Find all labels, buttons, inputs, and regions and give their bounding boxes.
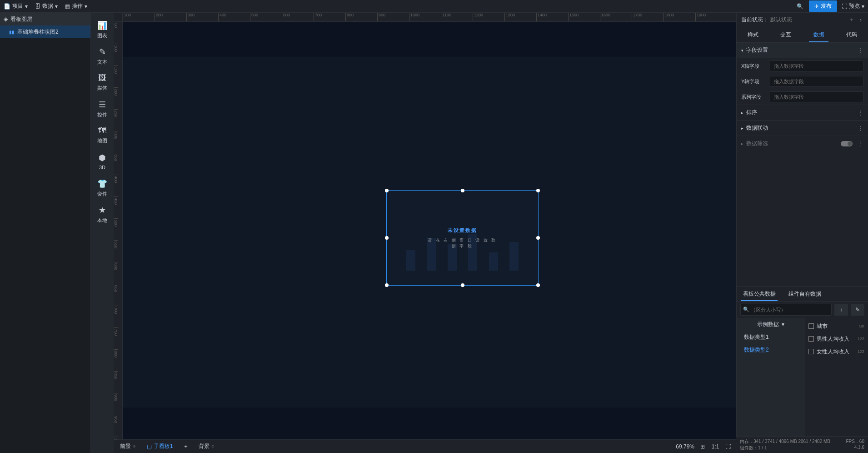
x-field-input[interactable] [770,60,863,71]
more-icon[interactable]: ⋮ [858,141,863,147]
preview-button[interactable]: ⛶ 预览 ▾ [842,2,864,10]
publish-button[interactable]: ✈ 发布 [809,0,837,12]
item-label: 数据类型1 [744,333,769,341]
empty-state-subtitle: 请 在 右 侧 窗 口 设 置 数 据 字 段 [424,237,500,249]
data-menu[interactable]: 🗄 数据 ▾ [35,2,58,10]
tab-data[interactable]: 数据 [803,27,835,42]
tab-style[interactable]: 样式 [737,27,769,42]
selected-component[interactable]: 未设置数据 请 在 右 侧 窗 口 设 置 数 据 字 段 [386,190,539,286]
tool-control[interactable]: ☰ 控件 [91,96,114,122]
add-data-button[interactable]: ＋ [834,304,848,316]
tool-map[interactable]: 🗺 地图 [91,122,114,148]
more-icon[interactable]: ⋮ [858,47,863,54]
chevron-right-icon: ▸ [741,141,743,146]
tool-local[interactable]: ★ 本地 [91,201,114,227]
chevron-right-icon: ▸ [741,126,743,131]
tab-label: 子看板1 [154,443,173,450]
tab-own-data[interactable]: 组件自有数据 [782,287,828,301]
tab-label: 背景 [199,443,210,450]
tool-label: 控件 [97,111,107,118]
field-type: 123 [858,337,864,341]
y-field-row: Y轴字段 [737,74,868,89]
filter-section[interactable]: ▸ 数据筛选 ⋮ [737,136,868,151]
data-source-dropdown[interactable]: 示例数据 ▾ [737,318,805,331]
data-search-input[interactable] [740,304,832,316]
property-tabs: 样式 交互 数据 代码 [737,27,868,43]
canvas-inner[interactable]: 未设置数据 请 在 右 侧 窗 口 设 置 数 据 字 段 [123,22,736,453]
resize-handle-bl[interactable] [385,283,389,287]
version: 4.1.6 [854,445,864,451]
chevron-down-icon: ▾ [741,48,743,53]
field-name: 女性人均收入 [817,348,849,356]
more-icon[interactable]: ⋮ [858,125,863,131]
tool-text[interactable]: ✎ 文本 [91,43,114,69]
tool-3d[interactable]: ⬢ 3D [91,148,114,175]
state-value: 默认状态 [770,16,792,24]
resize-handle-bm[interactable] [461,283,464,287]
tab-interact[interactable]: 交互 [769,27,802,42]
empty-state-title: 未设置数据 [424,227,500,234]
data-source-item[interactable]: 数据类型2 [737,343,805,356]
tool-label: 图表 [97,32,107,39]
ruler-vertical: 5010015020025030035040045050055060065070… [114,22,123,453]
ops-menu[interactable]: ▦ 操作 ▾ [65,2,87,10]
resize-handle-tr[interactable] [536,189,540,192]
tool-chart[interactable]: 📊 图表 [91,16,114,43]
resize-handle-mr[interactable] [536,236,540,240]
layer-item[interactable]: ▮▮ 基础堆叠柱状图2 [0,25,90,38]
search-button[interactable]: 🔍 [794,3,805,10]
data-field-item[interactable]: 男性人均收入 123 [808,332,864,345]
data-source-tabs: 看板公共数据 组件自有数据 [737,286,868,302]
tab-public-data[interactable]: 看板公共数据 [737,287,782,301]
media-icon: 🖼 [98,73,106,83]
next-state-button[interactable]: › [858,17,863,23]
series-field-input[interactable] [770,91,863,102]
chevron-down-icon: ▾ [25,3,28,10]
local-icon: ★ [99,205,106,215]
cube-icon: ⬢ [99,153,106,163]
tool-label: 媒体 [97,85,107,91]
fullscreen-button[interactable]: ⛶ [723,443,733,450]
field-label: 系列字段 [741,94,766,101]
tab-foreground[interactable]: 前景 ⊙ [117,443,139,450]
field-settings-header[interactable]: ▾ 字段设置 ⋮ [737,43,868,58]
fit-button[interactable]: ⊞ [698,443,707,450]
resize-handle-br[interactable] [536,283,540,287]
filter-toggle[interactable] [841,141,853,146]
tab-subboard[interactable]: ▢ 子看板1 [144,443,176,450]
layers-panel: ◈ 看板图层 ▮▮ 基础堆叠柱状图2 [0,13,91,453]
project-menu[interactable]: 📄 项目 ▾ [4,2,28,10]
resize-handle-tl[interactable] [385,189,389,192]
data-source-item[interactable]: 数据类型1 [737,331,805,343]
layer-item-label: 基础堆叠柱状图2 [17,28,59,36]
item-label: 数据类型2 [744,346,769,354]
board-icon: ▢ [147,443,152,450]
data-field-item[interactable]: 城市 Str [808,320,864,332]
more-icon[interactable]: ⋮ [858,110,863,116]
chevron-right-icon: ▸ [741,111,743,115]
properties-panel: 当前状态： 默认状态 ＋ › 样式 交互 数据 代码 ▾ 字段设置 ⋮ X轴字段… [736,13,868,453]
y-field-input[interactable] [770,76,863,87]
tab-background[interactable]: 背景 ⊙ [196,443,217,450]
sort-section[interactable]: ▸ 排序 ⋮ [737,105,868,120]
link-section[interactable]: ▸ 数据联动 ⋮ [737,120,868,136]
tool-media[interactable]: 🖼 媒体 [91,69,114,96]
data-field-item[interactable]: 女性人均收入 123 [808,345,864,358]
actual-size-button[interactable]: 1:1 [711,443,720,450]
canvas-area[interactable]: 1002003004005006007008009001000110012001… [114,13,736,453]
component-toolbar: 📊 图表 ✎ 文本 🖼 媒体 ☰ 控件 🗺 地图 ⬢ 3D 👕 套件 ★ [91,13,114,453]
tab-code[interactable]: 代码 [835,27,868,42]
field-type: Str [859,324,864,328]
ruler-horizontal: 1002003004005006007008009001000110012001… [123,13,736,22]
fps-status: FPS：60 [846,438,864,445]
add-state-button[interactable]: ＋ [847,16,856,24]
chevron-down-icon: ▾ [862,3,864,10]
resize-handle-tm[interactable] [461,189,464,192]
publish-label: 发布 [821,2,832,10]
add-tab-button[interactable]: ＋ [181,443,190,450]
tool-kit[interactable]: 👕 套件 [91,175,114,201]
resize-handle-ml[interactable] [385,236,389,240]
tool-label: 套件 [97,191,107,197]
preview-label: 预览 [849,2,860,10]
edit-data-button[interactable]: ✎ [851,304,864,316]
